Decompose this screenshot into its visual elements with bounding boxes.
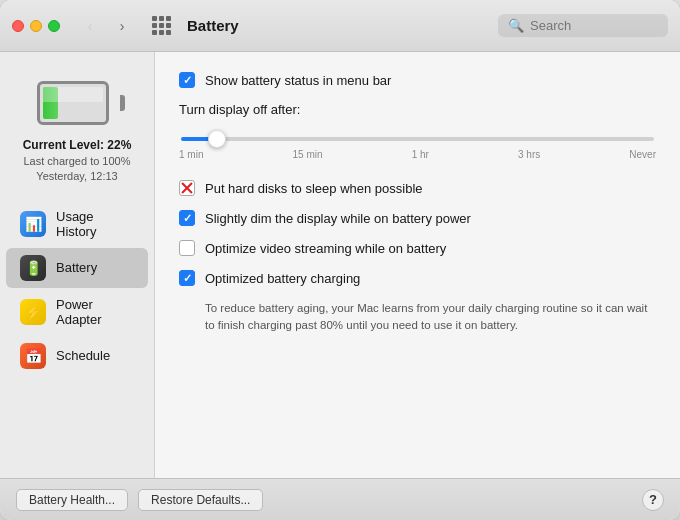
display-off-section: Turn display off after: 1 min 15 min 1 h…: [179, 102, 656, 160]
dim-display-label: Slightly dim the display while on batter…: [205, 211, 471, 226]
restore-defaults-button[interactable]: Restore Defaults...: [138, 489, 263, 511]
sidebar-item-usage-history[interactable]: 📊 Usage History: [6, 202, 148, 246]
search-box[interactable]: 🔍: [498, 14, 668, 37]
current-level-text: Current Level: 22%: [12, 138, 142, 152]
bottombar: Battery Health... Restore Defaults... ?: [0, 478, 680, 520]
optimized-charging-description: To reduce battery aging, your Mac learns…: [205, 300, 656, 335]
content-panel: Show battery status in menu bar Turn dis…: [155, 52, 680, 478]
dim-display-checkbox[interactable]: [179, 210, 195, 226]
maximize-button[interactable]: [48, 20, 60, 32]
main-window: ‹ › Battery 🔍 Curr: [0, 0, 680, 520]
help-button[interactable]: ?: [642, 489, 664, 511]
sidebar-item-label: Usage History: [56, 209, 134, 239]
sidebar: Current Level: 22% Last charged to 100% …: [0, 52, 155, 478]
sidebar-item-label: Power Adapter: [56, 297, 134, 327]
main-content: Current Level: 22% Last charged to 100% …: [0, 52, 680, 478]
show-battery-status-label: Show battery status in menu bar: [205, 73, 391, 88]
optimized-charging-label: Optimized battery charging: [205, 271, 360, 286]
back-button[interactable]: ‹: [76, 15, 104, 37]
sidebar-item-label: Schedule: [56, 348, 110, 363]
battery-terminal: [120, 95, 125, 111]
minimize-button[interactable]: [30, 20, 42, 32]
search-icon: 🔍: [508, 18, 524, 33]
usage-history-icon: 📊: [20, 211, 46, 237]
display-off-slider[interactable]: [181, 137, 654, 141]
optimize-video-row: Optimize video streaming while on batter…: [179, 240, 656, 256]
battery-health-button[interactable]: Battery Health...: [16, 489, 128, 511]
power-adapter-icon: ⚡: [20, 299, 46, 325]
close-button[interactable]: [12, 20, 24, 32]
sidebar-item-label: Battery: [56, 260, 97, 275]
hard-disks-sleep-label: Put hard disks to sleep when possible: [205, 181, 423, 196]
optimized-charging-checkbox[interactable]: [179, 270, 195, 286]
traffic-lights: [12, 20, 60, 32]
window-title: Battery: [187, 17, 490, 34]
schedule-icon: 📅: [20, 343, 46, 369]
show-battery-status-row: Show battery status in menu bar: [179, 72, 656, 88]
slider-ticks: 1 min 15 min 1 hr 3 hrs Never: [179, 149, 656, 160]
battery-icon-sidebar: 🔋: [20, 255, 46, 281]
sidebar-item-schedule[interactable]: 📅 Schedule: [6, 336, 148, 376]
show-battery-status-checkbox[interactable]: [179, 72, 195, 88]
optimized-charging-section: Optimized battery charging To reduce bat…: [179, 270, 656, 335]
nav-buttons: ‹ ›: [76, 15, 136, 37]
titlebar: ‹ › Battery 🔍: [0, 0, 680, 52]
optimize-video-label: Optimize video streaming while on batter…: [205, 241, 446, 256]
battery-icon: [37, 78, 117, 128]
hard-disks-sleep-row: Put hard disks to sleep when possible: [179, 180, 656, 196]
battery-info-panel: Current Level: 22% Last charged to 100% …: [0, 68, 154, 201]
optimized-charging-row: Optimized battery charging: [179, 270, 656, 286]
display-off-label: Turn display off after:: [179, 102, 656, 117]
sidebar-item-power-adapter[interactable]: ⚡ Power Adapter: [6, 290, 148, 334]
apps-grid-icon[interactable]: [152, 16, 171, 35]
search-input[interactable]: [530, 18, 650, 33]
dim-display-row: Slightly dim the display while on batter…: [179, 210, 656, 226]
battery-glare: [43, 87, 103, 102]
last-charged-text: Last charged to 100% Yesterday, 12:13: [12, 154, 142, 185]
optimize-video-checkbox[interactable]: [179, 240, 195, 256]
hard-disks-sleep-checkbox[interactable]: [179, 180, 195, 196]
forward-button[interactable]: ›: [108, 15, 136, 37]
sidebar-item-battery[interactable]: 🔋 Battery: [6, 248, 148, 288]
battery-body: [37, 81, 109, 125]
bottom-buttons: Battery Health... Restore Defaults...: [16, 489, 263, 511]
